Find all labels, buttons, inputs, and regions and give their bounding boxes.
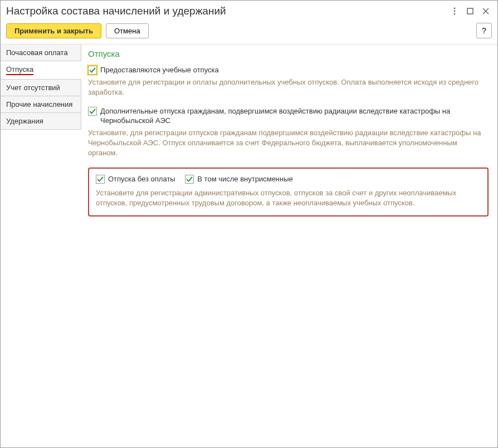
option-hint: Установите для регистрации и оплаты допо… [88,77,489,97]
option-label: Отпуска без оплаты [108,174,175,184]
svg-point-1 [454,11,456,12]
checkbox-chernobyl-leave[interactable] [88,107,97,116]
sidebar-item-label: Прочие начисления [6,100,72,109]
svg-point-2 [454,13,456,15]
titlebar: Настройка состава начислений и удержаний [1,1,497,19]
close-icon[interactable] [480,5,492,17]
sidebar-item-hourly-pay[interactable]: Почасовая оплата [1,45,81,61]
sidebar-item-label: Удержания [6,117,43,125]
sidebar-item-absence-tracking[interactable]: Учет отсутствий [1,80,81,96]
inline-options: Отпуска без оплаты В том числе внутрисме… [96,174,481,186]
checkbox-study-leave[interactable] [88,66,97,75]
svg-rect-3 [467,8,473,14]
option-unpaid-leave: Отпуска без оплаты [96,174,175,184]
sidebar-item-vacations[interactable]: Отпуска [1,61,81,80]
cancel-button[interactable]: Отмена [106,23,149,38]
kebab-menu-icon[interactable] [448,5,461,17]
body: Почасовая оплата Отпуска Учет отсутствий… [1,44,497,447]
checkbox-unpaid-leave[interactable] [96,175,105,184]
option-label: Дополнительные отпуска гражданам, подвер… [100,106,489,126]
sidebar-item-other-accruals[interactable]: Прочие начисления [1,96,81,113]
option-hint: Установите, для регистрации отпусков гра… [88,128,489,159]
content-heading: Отпуска [88,49,489,58]
sidebar-item-label: Отпуска [6,65,33,75]
maximize-icon[interactable] [464,5,476,17]
sidebar-item-deductions[interactable]: Удержания [1,113,81,130]
option-label: Предоставляются учебные отпуска [100,65,219,75]
sidebar: Почасовая оплата Отпуска Учет отсутствий… [1,45,81,447]
toolbar: Применить и закрыть Отмена ? [1,19,497,44]
option-chernobyl-leave: Дополнительные отпуска гражданам, подвер… [88,106,489,126]
sidebar-item-label: Почасовая оплата [6,48,68,57]
checkbox-intrashift[interactable] [185,175,194,184]
help-button[interactable]: ? [476,23,492,38]
window-title: Настройка состава начислений и удержаний [6,5,445,17]
content-panel: Отпуска Предоставляются учебные отпуска … [81,45,497,447]
sidebar-item-label: Учет отсутствий [6,83,60,92]
apply-close-button[interactable]: Применить и закрыть [6,23,101,38]
option-study-leave: Предоставляются учебные отпуска [88,65,489,75]
option-hint: Установите для регистрации административ… [96,188,481,208]
settings-window: Настройка состава начислений и удержаний… [0,0,498,448]
svg-point-0 [454,8,456,9]
option-intrashift: В том числе внутрисменные [185,174,292,184]
option-label: В том числе внутрисменные [197,174,292,184]
highlighted-group: Отпуска без оплаты В том числе внутрисме… [88,168,489,216]
